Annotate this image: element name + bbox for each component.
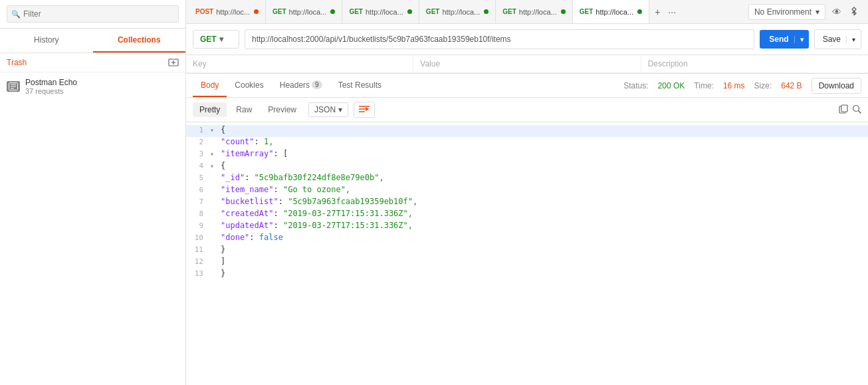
tab-dot-get-2: [407, 9, 412, 14]
preview-button[interactable]: Preview: [261, 102, 303, 117]
code-line: 8 "createdAt": "2019-03-27T17:15:31.336Z…: [186, 209, 868, 221]
send-button[interactable]: Send ▾: [760, 30, 808, 49]
search-icon: 🔍: [11, 10, 21, 19]
tab-dot-get-1: [330, 9, 335, 14]
line-content: "done": false: [219, 233, 868, 242]
resp-status-area: Status: 200 OK Time: 16 ms Size: 642 B D…: [623, 78, 861, 94]
save-dropdown-icon[interactable]: ▾: [846, 36, 861, 43]
tab-url-get-1: http://loca...: [289, 8, 327, 16]
code-line: 11 }: [186, 245, 868, 257]
sidebar-item-name: Postman Echo: [25, 78, 77, 87]
environment-select[interactable]: No Environment ▾: [748, 4, 825, 20]
svg-rect-13: [841, 105, 847, 112]
sidebar-tab-collections[interactable]: Collections: [93, 29, 186, 53]
sidebar-actions: Trash: [0, 53, 185, 72]
line-number: 2: [186, 137, 210, 146]
copy-icon-button[interactable]: [839, 104, 848, 116]
code-area[interactable]: 1 ▾ { 2 "count": 1, 3 ▾ "itemArray": [ 4…: [186, 122, 868, 385]
tab-dot-post: [254, 9, 259, 14]
tab-url-get-3: http://loca...: [442, 8, 480, 16]
tab-get-3[interactable]: GET http://loca...: [419, 0, 496, 23]
line-content: "_id": "5c9bafb30f224df8e8e79e0b",: [219, 173, 868, 182]
code-line: 4 ▾ {: [186, 161, 868, 173]
resp-tab-test-results[interactable]: Test Results: [330, 74, 389, 97]
line-content: }: [219, 269, 868, 278]
tab-dot-get-3: [484, 9, 488, 14]
code-line: 5 "_id": "5c9bafb30f224df8e8e79e0b",: [186, 173, 868, 185]
sidebar-item-postman-echo[interactable]: Postman Echo 37 requests: [0, 72, 185, 100]
line-arrow: ▾: [210, 161, 219, 170]
tab-method-get-3: GET: [426, 8, 440, 15]
collection-icon: [7, 81, 20, 92]
response-tabs: Body Cookies Headers 9 Test Results Stat…: [186, 74, 868, 98]
download-button[interactable]: Download: [812, 78, 861, 94]
line-number: 11: [186, 245, 210, 254]
line-number: 8: [186, 209, 210, 218]
header-right: No Environment ▾ 👁: [748, 4, 865, 20]
line-arrow: [210, 233, 219, 234]
tab-method-post: POST: [195, 8, 213, 15]
method-select[interactable]: GET ▾: [193, 30, 239, 49]
line-content: {: [219, 161, 868, 170]
params-description-header: Description: [641, 55, 868, 72]
add-tab-button[interactable]: +: [652, 5, 663, 19]
tab-post[interactable]: POST http://loc...: [189, 0, 266, 23]
wrap-icon: [359, 105, 370, 113]
sidebar-item-info: Postman Echo 37 requests: [25, 78, 77, 95]
eye-icon-button[interactable]: 👁: [831, 5, 843, 19]
params-area: Key Value Description: [186, 55, 868, 74]
url-input[interactable]: [245, 29, 754, 49]
time-value: 16 ms: [723, 81, 745, 90]
sidebar-tabs: History Collections: [0, 29, 185, 53]
trash-label[interactable]: Trash: [7, 58, 27, 67]
line-arrow: [210, 209, 219, 210]
format-label: JSON: [314, 105, 336, 114]
tab-method-get-1: GET: [272, 8, 286, 15]
params-key-header: Key: [186, 55, 413, 72]
url-bar: GET ▾ Send ▾ Save ▾: [186, 24, 868, 55]
code-line: 7 "bucketlist": "5c9b7a963fcaab19359eb10…: [186, 197, 868, 209]
env-chevron-icon: ▾: [815, 7, 819, 17]
resp-tab-test-label: Test Results: [338, 80, 381, 90]
tab-dot-get-5: [637, 9, 642, 14]
sidebar-tab-history[interactable]: History: [0, 29, 93, 53]
tab-get-1[interactable]: GET http://loca...: [266, 0, 342, 23]
line-arrow: ▾: [210, 149, 219, 158]
search-icon-button[interactable]: [852, 104, 861, 116]
resp-tab-headers[interactable]: Headers 9: [272, 74, 330, 97]
code-line: 13 }: [186, 269, 868, 281]
tab-get-5[interactable]: GET http://loca...: [573, 0, 649, 23]
code-line: 1 ▾ {: [186, 125, 868, 137]
resp-tab-body[interactable]: Body: [193, 74, 227, 97]
resp-tab-cookies[interactable]: Cookies: [227, 74, 271, 97]
tab-method-get-2: GET: [349, 8, 363, 15]
line-number: 4: [186, 161, 210, 170]
resp-tab-headers-label: Headers: [280, 80, 310, 90]
code-line: 9 "updatedAt": "2019-03-27T17:15:31.336Z…: [186, 221, 868, 233]
status-label-text: Status:: [623, 81, 648, 90]
more-tabs-button[interactable]: ···: [665, 5, 679, 19]
new-collection-button[interactable]: [168, 57, 179, 68]
copy-icon: [839, 104, 848, 114]
raw-button[interactable]: Raw: [229, 102, 259, 117]
line-content: "updatedAt": "2019-03-27T17:15:31.336Z",: [219, 221, 868, 230]
format-select[interactable]: JSON ▾: [308, 102, 348, 117]
body-format-bar: Pretty Raw Preview JSON ▾: [186, 98, 868, 122]
bluetooth-icon-button[interactable]: [848, 5, 860, 19]
time-label: Time:: [694, 81, 714, 90]
tab-get-4[interactable]: GET http://loca...: [496, 0, 572, 23]
tab-dot-get-4: [561, 9, 566, 14]
tab-get-2[interactable]: GET http://loca...: [342, 0, 419, 23]
send-dropdown-icon[interactable]: ▾: [794, 36, 809, 43]
params-header-row: Key Value Description: [186, 55, 868, 73]
line-number: 9: [186, 221, 210, 230]
code-line: 2 "count": 1,: [186, 137, 868, 149]
save-button[interactable]: Save ▾: [814, 29, 861, 49]
format-chevron-icon: ▾: [338, 105, 342, 114]
sidebar-search-area: 🔍: [0, 0, 185, 29]
wrap-button[interactable]: [354, 102, 375, 118]
line-content: "item_name": "Go to ozone",: [219, 185, 868, 194]
pretty-button[interactable]: Pretty: [193, 102, 227, 117]
code-line: 10 "done": false: [186, 233, 868, 245]
search-input[interactable]: [7, 5, 179, 23]
